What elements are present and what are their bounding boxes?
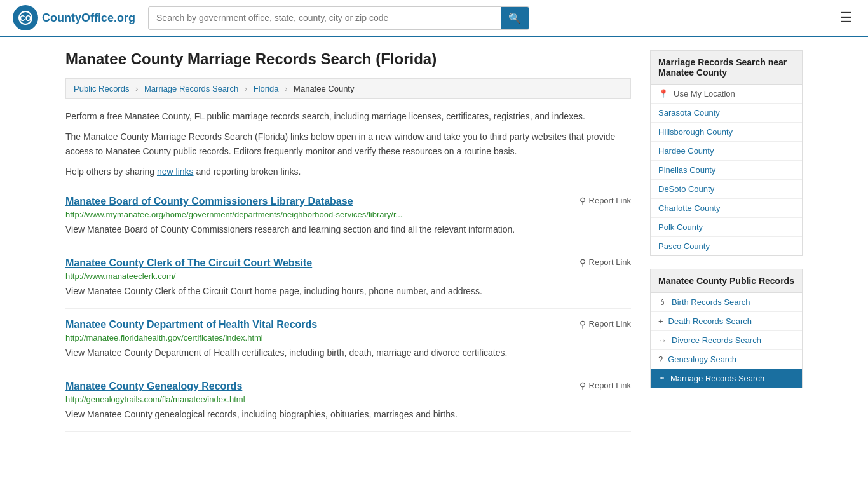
desc-1: Perform a free Manatee County, FL public… [65,109,631,123]
nearby-counties: Sarasota CountyHillsborough CountyHardee… [651,104,802,255]
result-header: Manatee County Department of Health Vita… [65,319,631,330]
menu-button[interactable]: ☰ [837,7,855,29]
report-icon: ⚲ [580,319,586,329]
nearby-county-item[interactable]: Pasco County [651,237,802,255]
public-records-list: 🕯 Birth Records Search + Death Records S… [650,293,803,388]
nearby-county-item[interactable]: Hardee County [651,142,802,161]
nearby-county-item[interactable]: Charlotte County [651,199,802,218]
nearby-county-link[interactable]: Charlotte County [658,203,721,213]
public-records-title: Manatee County Public Records [650,269,803,293]
result-url[interactable]: http://www.manateeclerk.com/ [65,271,631,281]
public-record-link[interactable]: Genealogy Search [668,355,736,364]
report-label: Report Link [589,196,631,205]
main-container: Manatee County Marriage Records Search (… [53,37,815,445]
nearby-county-link[interactable]: Sarasota County [658,108,720,118]
desc-3-suffix: and reporting broken links. [194,166,301,177]
nearby-county-item[interactable]: Sarasota County [651,104,802,123]
breadcrumb-florida[interactable]: Florida [254,84,279,93]
nearby-county-item[interactable]: DeSoto County [651,180,802,199]
breadcrumb-sep1: › [135,84,138,93]
report-icon: ⚲ [580,381,586,391]
result-item: Manatee County Genealogy Records ⚲ Repor… [65,370,631,432]
desc-3-prefix: Help others by sharing [65,166,157,177]
report-label: Report Link [589,381,631,390]
report-link[interactable]: ⚲ Report Link [580,381,631,391]
logo-main: CountyOffice [42,11,114,24]
nearby-county-item[interactable]: Polk County [651,218,802,237]
result-url[interactable]: http://genealogytrails.com/fla/manatee/i… [65,395,631,404]
breadcrumb-sep2: › [245,84,247,93]
report-icon: ⚲ [580,257,586,268]
nearby-county-link[interactable]: Hardee County [658,146,714,156]
svg-text:CO: CO [20,14,31,23]
result-title[interactable]: Manatee County Genealogy Records [65,381,242,392]
public-records-section: Manatee County Public Records 🕯 Birth Re… [650,269,803,388]
sidebar: Marriage Records Search near Manatee Cou… [650,50,803,432]
header-right: ☰ [837,7,855,29]
breadcrumb-sep3: › [285,84,287,93]
use-location-label: Use My Location [674,89,735,98]
nearby-county-item[interactable]: Hillsborough County [651,123,802,142]
nearby-county-link[interactable]: Hillsborough County [658,127,733,137]
nearby-title: Marriage Records Search near Manatee Cou… [650,50,803,85]
result-desc: View Manatee County Clerk of the Circuit… [65,286,482,296]
use-location-item[interactable]: 📍 Use My Location [651,85,802,104]
record-icon: + [658,316,663,326]
record-icon: ⚭ [658,374,665,383]
logo-icon: CO [13,5,38,30]
public-record-item[interactable]: 🕯 Birth Records Search [651,293,802,312]
nearby-county-link[interactable]: Pinellas County [658,165,715,175]
report-link[interactable]: ⚲ Report Link [580,196,631,206]
result-title[interactable]: Manatee Board of County Commissioners Li… [65,196,353,207]
breadcrumb-marriage-records[interactable]: Marriage Records Search [144,84,238,93]
report-link[interactable]: ⚲ Report Link [580,319,631,329]
result-header: Manatee County Genealogy Records ⚲ Repor… [65,381,631,392]
breadcrumb-public-records[interactable]: Public Records [74,84,129,93]
nearby-section: Marriage Records Search near Manatee Cou… [650,50,803,256]
logo-text: CountyOffice.org [42,11,135,25]
record-icon: 🕯 [658,297,667,307]
result-desc: View Manatee Board of County Commissione… [65,224,515,234]
result-url[interactable]: http://www.mymanatee.org/home/government… [65,210,631,219]
report-icon: ⚲ [580,196,586,206]
desc-3: Help others by sharing new links and rep… [65,165,631,179]
public-record-item[interactable]: ? Genealogy Search [651,350,802,369]
search-input[interactable] [149,8,501,28]
site-logo[interactable]: CO CountyOffice.org [13,5,135,30]
public-record-item[interactable]: + Death Records Search [651,312,802,331]
nearby-county-link[interactable]: Pasco County [658,241,710,251]
public-record-link[interactable]: Birth Records Search [672,297,750,307]
location-icon: 📍 [658,89,668,98]
result-desc: View Manatee County genealogical records… [65,409,458,419]
result-title[interactable]: Manatee County Clerk of The Circuit Cour… [65,257,312,269]
desc-2: The Manatee County Marriage Records Sear… [65,130,631,158]
public-record-link[interactable]: Divorce Records Search [672,336,761,345]
public-record-link[interactable]: Marriage Records Search [670,374,764,383]
nearby-county-link[interactable]: DeSoto County [658,184,714,194]
nearby-county-link[interactable]: Polk County [658,222,703,232]
public-record-item[interactable]: ↔ Divorce Records Search [651,331,802,350]
search-bar: 🔍 [148,6,529,30]
page-title: Manatee County Marriage Records Search (… [65,50,631,68]
public-record-link[interactable]: Death Records Search [668,316,752,326]
new-links[interactable]: new links [157,166,194,177]
report-link[interactable]: ⚲ Report Link [580,257,631,268]
record-icon: ↔ [658,336,667,345]
results-container: Manatee Board of County Commissioners Li… [65,186,631,432]
public-record-item[interactable]: ⚭ Marriage Records Search [651,369,802,388]
breadcrumb: Public Records › Marriage Records Search… [65,78,631,99]
nearby-county-item[interactable]: Pinellas County [651,161,802,180]
result-item: Manatee County Department of Health Vita… [65,309,631,370]
result-header: Manatee County Clerk of The Circuit Cour… [65,257,631,269]
result-item: Manatee Board of County Commissioners Li… [65,186,631,247]
result-desc: View Manatee County Department of Health… [65,348,507,358]
report-label: Report Link [589,257,631,267]
breadcrumb-current: Manatee County [294,84,354,93]
logo-ext: .org [114,11,135,24]
content-area: Manatee County Marriage Records Search (… [65,50,631,432]
search-button[interactable]: 🔍 [501,7,529,29]
result-title[interactable]: Manatee County Department of Health Vita… [65,319,317,330]
result-url[interactable]: http://manatee.floridahealth.gov/certifi… [65,333,631,342]
site-header: CO CountyOffice.org 🔍 ☰ [0,0,868,37]
report-label: Report Link [589,319,631,329]
